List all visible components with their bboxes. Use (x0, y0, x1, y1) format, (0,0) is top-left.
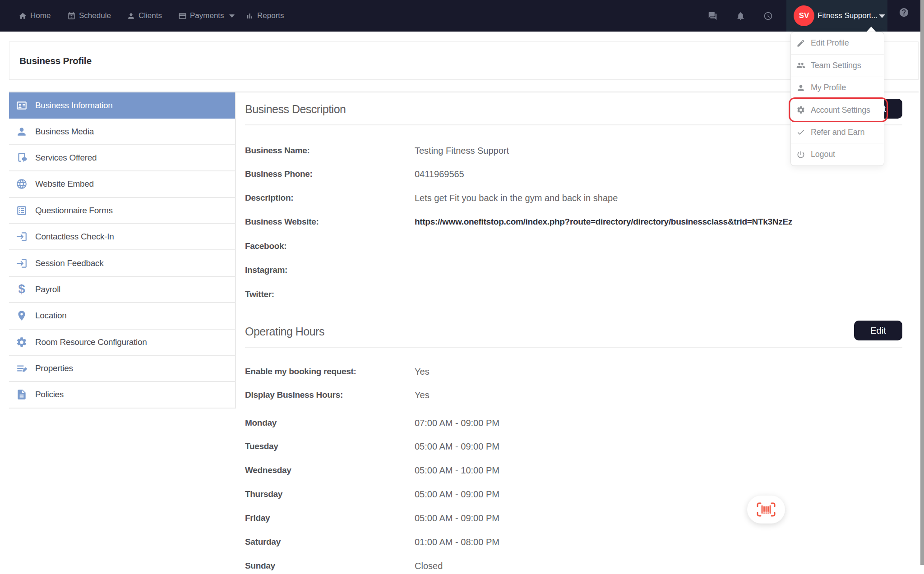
field-label: Thursday (245, 488, 282, 500)
messages-button[interactable] (708, 11, 717, 21)
business-website-link[interactable]: https://www.onefitstop.com/index.php?rou… (415, 216, 792, 228)
person-icon (127, 12, 135, 20)
page-title: Business Profile (19, 55, 92, 66)
document-icon (15, 389, 28, 400)
field-value: 0411969565 (415, 168, 464, 180)
barcode-scan-widget[interactable] (747, 496, 785, 523)
field-label: Saturday (245, 536, 281, 548)
page-header: Business Profile (9, 41, 919, 80)
chevron-down-icon (229, 14, 235, 18)
dollar-icon: $ (15, 283, 28, 295)
pencil-icon (796, 39, 805, 48)
scrollbar-track[interactable] (919, 0, 924, 574)
field-label: Business Name: (245, 145, 310, 156)
sidebar-item-services-offered[interactable]: Services Offered (9, 145, 235, 171)
field-value: Closed (415, 560, 443, 572)
sidebar-item-business-information[interactable]: Business Information (9, 92, 235, 119)
field-label: Friday (245, 512, 270, 524)
menu-item-edit-profile[interactable]: Edit Profile (791, 32, 884, 54)
nav-item-label: Home (30, 11, 51, 20)
field-label: Business Phone: (245, 168, 313, 180)
field-value: Yes (415, 389, 430, 401)
user-icon (796, 83, 805, 92)
gear-icon (796, 106, 805, 115)
field-value: 05:00 AM - 09:00 PM (415, 488, 499, 500)
sidebar-item-policies[interactable]: Policies (9, 382, 235, 408)
sidebar-item-room-resource-configuration[interactable]: Room Resource Configuration (9, 330, 235, 356)
field-label: Display Business Hours: (245, 389, 343, 401)
field-label: Description: (245, 192, 293, 204)
sidebar-item-properties[interactable]: Properties (9, 356, 235, 382)
nav-item-reports[interactable]: Reports (245, 0, 284, 32)
nav-item-clients[interactable]: Clients (127, 0, 162, 32)
clock-icon (763, 11, 773, 21)
field-value: Testing Fitness Support (415, 145, 509, 156)
users-icon (796, 61, 805, 70)
dropdown-arrow (867, 27, 876, 32)
operating-hours-edit-button[interactable]: Edit (854, 321, 902, 340)
sidebar-item-questionnaire-forms[interactable]: Questionnaire Forms (9, 198, 235, 224)
menu-item-my-profile[interactable]: My Profile (791, 77, 884, 99)
field-label: Facebook: (245, 240, 286, 252)
history-button[interactable] (763, 11, 773, 21)
power-icon (796, 150, 805, 159)
field-value: Lets get Fit you back in the gym and bac… (415, 192, 618, 204)
bell-icon (736, 11, 745, 21)
scrollbar-thumb[interactable] (920, 0, 924, 565)
credit-card-icon (178, 12, 187, 20)
field-label: Instagram: (245, 264, 287, 276)
globe-icon (15, 178, 28, 190)
notifications-button[interactable] (736, 11, 745, 21)
business-description-heading: Business Description (245, 103, 346, 116)
calendar-icon (67, 12, 76, 20)
field-label: Twitter: (245, 289, 274, 300)
check-icon (796, 128, 805, 137)
home-icon (18, 12, 27, 20)
nav-item-label: Payments (190, 11, 224, 20)
sidebar-item-business-media[interactable]: Business Media (9, 119, 235, 145)
nav-item-label: Schedule (79, 11, 111, 20)
field-label: Sunday (245, 560, 275, 572)
sidebar-item-contactless-check-in[interactable]: Contactless Check-In (9, 224, 235, 250)
list-icon (15, 205, 28, 216)
field-label: Wednesday (245, 464, 291, 476)
menu-item-refer-and-earn[interactable]: Refer and Earn (791, 121, 884, 143)
sidebar-item-website-embed[interactable]: Website Embed (9, 171, 235, 197)
sign-in-icon (15, 231, 28, 243)
field-value: Yes (415, 366, 430, 377)
sidebar: Business Information Business Media Serv… (9, 92, 236, 409)
field-value: 05:00 AM - 09:00 PM (415, 441, 499, 452)
operating-hours-heading: Operating Hours (245, 325, 324, 338)
sidebar-item-session-feedback[interactable]: Session Feedback (9, 250, 235, 276)
map-pin-icon (15, 310, 28, 321)
field-value: 05:00 AM - 10:00 PM (415, 464, 499, 476)
id-card-icon (15, 100, 28, 111)
field-label: Monday (245, 417, 277, 429)
nav-item-schedule[interactable]: Schedule (67, 0, 111, 32)
sidebar-item-payroll[interactable]: $ Payroll (9, 277, 235, 303)
sidebar-item-location[interactable]: Location (9, 303, 235, 329)
nav-item-label: Reports (257, 11, 284, 20)
menu-item-account-settings[interactable]: Account Settings (791, 99, 884, 121)
field-label: Business Website: (245, 216, 319, 228)
edit-note-icon (15, 363, 28, 374)
help-button[interactable] (899, 7, 909, 18)
field-label: Enable my booking request: (245, 366, 356, 377)
caret-down-icon (879, 14, 885, 18)
barcode-icon (757, 502, 776, 517)
person-icon (15, 126, 28, 138)
field-value: 07:00 AM - 09:00 PM (415, 417, 499, 429)
avatar[interactable]: SV (794, 5, 814, 26)
gear-icon (15, 336, 28, 348)
nav-item-payments[interactable]: Payments (178, 0, 235, 32)
field-value: 05:00 AM - 09:00 PM (415, 512, 499, 524)
field-label: Tuesday (245, 441, 278, 452)
menu-item-team-settings[interactable]: Team Settings (791, 54, 884, 76)
nav-item-home[interactable]: Home (18, 0, 51, 32)
nav-item-label: Clients (139, 11, 162, 20)
sign-in-icon (15, 257, 28, 269)
divider (245, 347, 902, 348)
menu-item-logout[interactable]: Logout (791, 143, 884, 165)
question-icon (899, 7, 909, 18)
bar-chart-icon (245, 12, 254, 20)
